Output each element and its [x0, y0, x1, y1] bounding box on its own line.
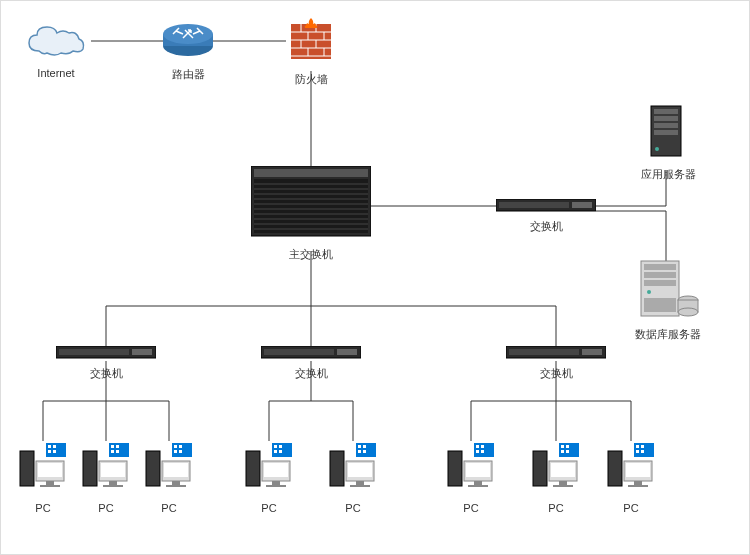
- svg-rect-138: [468, 485, 488, 487]
- svg-rect-88: [40, 485, 60, 487]
- svg-rect-121: [363, 445, 366, 448]
- svg-rect-151: [641, 445, 644, 448]
- switch-a-node: 交换机: [56, 346, 156, 381]
- firewall-node: 防火墙: [286, 16, 336, 87]
- svg-rect-146: [551, 463, 575, 477]
- svg-point-60: [655, 147, 659, 151]
- svg-rect-128: [350, 485, 370, 487]
- switch-right-node: 交换机: [496, 199, 596, 234]
- svg-rect-118: [266, 485, 286, 487]
- pc6-label: PC: [446, 502, 496, 514]
- svg-rect-132: [476, 450, 479, 453]
- svg-rect-134: [448, 451, 462, 486]
- pc8-node: PC: [606, 441, 656, 514]
- svg-rect-87: [46, 481, 54, 485]
- svg-rect-84: [20, 451, 34, 486]
- svg-rect-127: [356, 481, 364, 485]
- svg-rect-106: [164, 463, 188, 477]
- app-server-label: 应用服务器: [641, 167, 691, 182]
- pc-icon: [244, 441, 294, 496]
- svg-rect-131: [481, 445, 484, 448]
- svg-rect-156: [626, 463, 650, 477]
- svg-rect-114: [246, 451, 260, 486]
- svg-rect-41: [254, 179, 368, 233]
- switch-icon: [56, 346, 156, 360]
- svg-rect-65: [644, 298, 676, 312]
- switch-b-label: 交换机: [261, 366, 361, 381]
- svg-rect-103: [179, 450, 182, 453]
- svg-rect-104: [146, 451, 160, 486]
- server-icon: [641, 101, 691, 161]
- svg-rect-108: [166, 485, 186, 487]
- svg-rect-116: [264, 463, 288, 477]
- pc6-node: PC: [446, 441, 496, 514]
- svg-rect-53: [499, 202, 569, 208]
- svg-rect-81: [53, 445, 56, 448]
- svg-rect-92: [111, 450, 114, 453]
- svg-rect-111: [279, 445, 282, 448]
- svg-rect-54: [572, 202, 592, 208]
- switch-c-node: 交换机: [506, 346, 606, 381]
- router-icon: [161, 16, 216, 61]
- switch-c-label: 交换机: [506, 366, 606, 381]
- svg-rect-97: [109, 481, 117, 485]
- svg-rect-86: [38, 463, 62, 477]
- svg-rect-126: [348, 463, 372, 477]
- svg-rect-141: [566, 445, 569, 448]
- svg-rect-142: [561, 450, 564, 453]
- svg-rect-71: [59, 349, 129, 355]
- db-server-label: 数据库服务器: [633, 327, 703, 342]
- pc2-label: PC: [81, 502, 131, 514]
- pc8-label: PC: [606, 502, 656, 514]
- svg-rect-112: [274, 450, 277, 453]
- svg-rect-110: [274, 445, 277, 448]
- svg-rect-107: [172, 481, 180, 485]
- svg-point-69: [678, 308, 698, 316]
- svg-rect-143: [566, 450, 569, 453]
- pc-icon: [81, 441, 131, 496]
- svg-rect-82: [48, 450, 51, 453]
- pc2-node: PC: [81, 441, 131, 514]
- svg-rect-80: [48, 445, 51, 448]
- pc-icon: [606, 441, 656, 496]
- main-switch-icon: [251, 166, 371, 241]
- svg-point-66: [647, 290, 651, 294]
- router-node: 路由器: [161, 16, 216, 82]
- svg-rect-147: [559, 481, 567, 485]
- pc3-label: PC: [144, 502, 194, 514]
- svg-rect-136: [466, 463, 490, 477]
- router-label: 路由器: [161, 67, 216, 82]
- svg-rect-130: [476, 445, 479, 448]
- switch-b-node: 交换机: [261, 346, 361, 381]
- svg-rect-63: [644, 272, 676, 278]
- svg-rect-144: [533, 451, 547, 486]
- svg-rect-57: [654, 116, 678, 121]
- pc5-label: PC: [328, 502, 378, 514]
- svg-rect-101: [179, 445, 182, 448]
- app-server-node: 应用服务器: [641, 101, 691, 182]
- svg-rect-77: [509, 349, 579, 355]
- svg-rect-117: [272, 481, 280, 485]
- db-server-node: 数据库服务器: [633, 256, 703, 342]
- svg-rect-62: [644, 264, 676, 270]
- svg-rect-113: [279, 450, 282, 453]
- db-server-icon: [633, 256, 703, 321]
- svg-rect-74: [264, 349, 334, 355]
- svg-rect-157: [634, 481, 642, 485]
- svg-rect-72: [132, 349, 152, 355]
- svg-rect-122: [358, 450, 361, 453]
- svg-rect-64: [644, 280, 676, 286]
- pc-icon: [144, 441, 194, 496]
- svg-rect-123: [363, 450, 366, 453]
- pc1-label: PC: [18, 502, 68, 514]
- svg-rect-58: [654, 123, 678, 128]
- svg-rect-152: [636, 450, 639, 453]
- pc-icon: [531, 441, 581, 496]
- svg-rect-102: [174, 450, 177, 453]
- svg-rect-40: [254, 169, 368, 177]
- svg-rect-91: [116, 445, 119, 448]
- switch-icon: [496, 199, 596, 213]
- switch-icon: [506, 346, 606, 360]
- svg-rect-154: [608, 451, 622, 486]
- firewall-icon: [286, 16, 336, 66]
